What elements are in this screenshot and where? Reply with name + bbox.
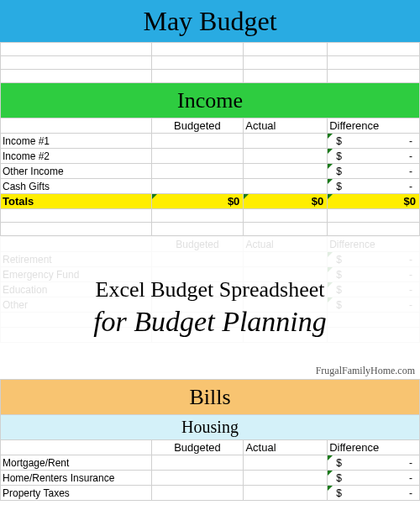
col-budgeted: Budgeted <box>151 440 244 455</box>
totals-budgeted: $0 <box>151 194 244 209</box>
overlay-line1: Excel Budget Spreadsheet <box>96 277 325 302</box>
cell-difference: $- <box>328 486 420 501</box>
cell-actual[interactable] <box>244 455 328 471</box>
income-totals-row: Totals $0 $0 $0 <box>1 194 420 209</box>
totals-label: Totals <box>1 194 152 209</box>
cell-actual[interactable] <box>244 179 328 194</box>
table-row: Cash Gifts $- <box>1 179 420 194</box>
page-title: May Budget <box>143 6 276 37</box>
row-label: Cash Gifts <box>1 179 152 194</box>
housing-subsection-header: Housing <box>1 415 420 440</box>
credit-text: FrugalFamilyHome.com <box>316 365 415 377</box>
empty-row <box>1 43 420 56</box>
cell-budgeted[interactable] <box>151 179 244 194</box>
col-budgeted: Budgeted <box>151 118 244 134</box>
row-label: Property Taxes <box>1 486 152 501</box>
col-difference: Difference <box>328 440 420 455</box>
housing-heading: Housing <box>1 415 420 440</box>
cell-difference: $- <box>328 149 420 164</box>
table-row: Mortgage/Rent $- <box>1 455 420 471</box>
income-column-headers: Budgeted Actual Difference <box>1 118 420 134</box>
table-row: Income #1 $- <box>1 134 420 149</box>
overlay-caption: Excel Budget Spreadsheet for Budget Plan… <box>0 236 420 379</box>
table-row: Other Income $- <box>1 164 420 179</box>
bills-column-headers: Budgeted Actual Difference <box>1 440 420 455</box>
cell-actual[interactable] <box>244 164 328 179</box>
col-actual: Actual <box>244 118 328 134</box>
cell-budgeted[interactable] <box>151 134 244 149</box>
cell-budgeted[interactable] <box>151 164 244 179</box>
cell-budgeted[interactable] <box>151 471 244 486</box>
blank-header <box>1 118 152 134</box>
cell-difference: $- <box>328 164 420 179</box>
cell-actual[interactable] <box>244 149 328 164</box>
cell-budgeted[interactable] <box>151 149 244 164</box>
cell-actual[interactable] <box>244 471 328 486</box>
blank-header <box>1 440 152 455</box>
totals-actual: $0 <box>244 194 328 209</box>
table-row: Property Taxes $- <box>1 486 420 501</box>
empty-row <box>1 70 420 83</box>
income-heading: Income <box>1 83 420 118</box>
cell-difference: $- <box>328 179 420 194</box>
col-difference: Difference <box>328 118 420 134</box>
row-label: Home/Renters Insurance <box>1 471 152 486</box>
income-section-header: Income <box>1 83 420 118</box>
cell-difference: $- <box>328 134 420 149</box>
row-label: Income #2 <box>1 149 152 164</box>
table-row: Income #2 $- <box>1 149 420 164</box>
cell-budgeted[interactable] <box>151 455 244 471</box>
overlay-line2: for Budget Planning <box>93 306 327 338</box>
bills-section-header: Bills <box>1 380 420 415</box>
cell-difference: $- <box>328 471 420 486</box>
table-row: Home/Renters Insurance $- <box>1 471 420 486</box>
cell-budgeted[interactable] <box>151 486 244 501</box>
cell-actual[interactable] <box>244 486 328 501</box>
totals-difference: $0 <box>328 194 420 209</box>
income-table: Income Budgeted Actual Difference Income… <box>0 42 420 236</box>
title-bar: May Budget <box>0 0 420 42</box>
empty-row <box>1 223 420 236</box>
row-label: Other Income <box>1 164 152 179</box>
row-label: Mortgage/Rent <box>1 455 152 471</box>
bills-table: Bills Housing Budgeted Actual Difference… <box>0 379 420 501</box>
empty-row <box>1 56 420 70</box>
bills-heading: Bills <box>1 380 420 415</box>
cell-actual[interactable] <box>244 134 328 149</box>
row-label: Income #1 <box>1 134 152 149</box>
col-actual: Actual <box>244 440 328 455</box>
empty-row <box>1 209 420 223</box>
cell-difference: $- <box>328 455 420 471</box>
faded-overlay-section: BudgetedActualDifference Retirement$- Em… <box>0 236 420 379</box>
